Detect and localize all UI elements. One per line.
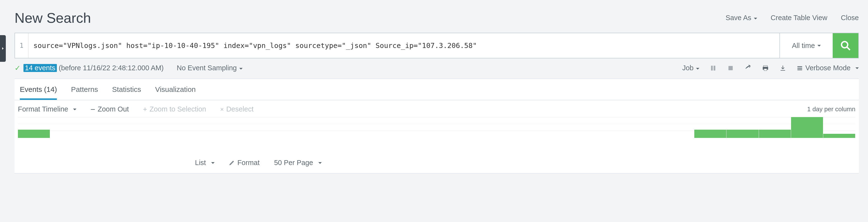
svg-line-2	[847, 47, 850, 50]
page-title: New Search	[14, 10, 91, 26]
svg-rect-3	[711, 66, 713, 70]
search-bar: 1 source="VPNlogs.json" host="ip-10-10-4…	[14, 33, 859, 58]
timeline-column[interactable]	[308, 117, 340, 138]
timeline-bar[interactable]	[791, 117, 823, 138]
timeline-column[interactable]	[437, 117, 469, 138]
search-icon	[840, 40, 851, 51]
result-tabs: Events (14) Patterns Statistics Visualiz…	[14, 79, 859, 100]
svg-rect-11	[797, 69, 802, 70]
result-count[interactable]: 14 events	[24, 64, 57, 72]
result-time-range: (before 11/16/22 2:48:12.000 AM)	[59, 64, 164, 72]
timeline-column[interactable]	[243, 117, 276, 138]
query-line-number: 1	[15, 33, 29, 58]
timeline-column[interactable]	[501, 117, 533, 138]
timeline-column[interactable]	[598, 117, 630, 138]
timeline-column[interactable]	[50, 117, 82, 138]
svg-rect-6	[764, 65, 767, 67]
job-menu[interactable]: Job	[682, 64, 700, 72]
side-panel-handle[interactable]	[0, 35, 6, 62]
zoom-out-button[interactable]: − Zoom Out	[91, 105, 129, 113]
tab-visualization[interactable]: Visualization	[155, 85, 196, 100]
svg-point-1	[842, 42, 848, 48]
check-icon: ✓	[14, 64, 21, 72]
header: New Search Save As Create Table View Clo…	[14, 4, 859, 33]
status-bar: ✓ 14 events (before 11/16/22 2:48:12.000…	[14, 58, 859, 77]
svg-rect-9	[797, 66, 802, 67]
timeline-column[interactable]	[82, 117, 115, 138]
tab-patterns[interactable]: Patterns	[71, 85, 98, 100]
search-query-input[interactable]: source="VPNlogs.json" host="ip-10-10-40-…	[29, 33, 779, 58]
zoom-to-selection-button: + Zoom to Selection	[143, 105, 206, 113]
create-table-view-link[interactable]: Create Table View	[771, 14, 827, 22]
timeline-controls: Format Timeline − Zoom Out + Zoom to Sel…	[14, 100, 859, 117]
deselect-label: Deselect	[226, 105, 253, 113]
timeline-column[interactable]	[340, 117, 372, 138]
timeline-column[interactable]	[791, 117, 823, 138]
search-mode-label: Verbose Mode	[805, 64, 850, 72]
timeline-bar[interactable]	[18, 130, 50, 138]
tab-events[interactable]: Events (14)	[20, 85, 57, 100]
svg-rect-8	[764, 68, 767, 71]
list-icon	[797, 65, 803, 71]
timeline-column[interactable]	[662, 117, 694, 138]
svg-marker-0	[2, 47, 4, 50]
tab-statistics[interactable]: Statistics	[112, 85, 141, 100]
timeline-column[interactable]	[566, 117, 598, 138]
save-as-menu[interactable]: Save As	[725, 14, 757, 22]
timeline-column[interactable]	[18, 117, 50, 138]
download-icon[interactable]	[779, 64, 786, 72]
timeline-column[interactable]	[211, 117, 243, 138]
svg-rect-4	[714, 66, 715, 70]
timeline-column[interactable]	[533, 117, 566, 138]
pencil-icon	[229, 160, 235, 166]
zoom-out-label: Zoom Out	[98, 105, 129, 113]
stop-icon[interactable]	[727, 64, 734, 72]
pause-icon[interactable]	[710, 64, 717, 72]
svg-rect-10	[797, 67, 802, 68]
search-mode-menu[interactable]: Verbose Mode	[797, 64, 859, 72]
svg-rect-5	[728, 66, 733, 70]
timeline-column[interactable]	[115, 117, 147, 138]
timeline-bar[interactable]	[726, 130, 758, 138]
timeline-bar[interactable]	[759, 130, 791, 138]
timeline-column[interactable]	[726, 117, 758, 138]
format-timeline-menu[interactable]: Format Timeline	[18, 105, 76, 113]
search-button[interactable]	[833, 33, 858, 58]
results-view-menu[interactable]: List	[195, 159, 215, 167]
timeline-column[interactable]	[823, 117, 856, 138]
timeline-granularity: 1 day per column	[807, 105, 856, 113]
timeline-column[interactable]	[469, 117, 501, 138]
timeline-column[interactable]	[372, 117, 404, 138]
timeline-column[interactable]	[404, 117, 437, 138]
results-format-button[interactable]: Format	[229, 159, 259, 167]
print-icon[interactable]	[762, 64, 769, 72]
timeline-column[interactable]	[276, 117, 308, 138]
results-per-page-menu[interactable]: 50 Per Page	[274, 159, 322, 167]
results-format-label: Format	[237, 159, 259, 167]
result-display-options: List Format 50 Per Page	[14, 148, 859, 173]
timeline-column[interactable]	[179, 117, 211, 138]
timeline-bar[interactable]	[823, 134, 855, 138]
timeline-column[interactable]	[630, 117, 662, 138]
deselect-button: × Deselect	[220, 105, 253, 113]
time-range-picker[interactable]: All time	[779, 33, 833, 58]
share-icon[interactable]	[744, 64, 752, 72]
event-timeline-chart[interactable]	[18, 117, 856, 148]
event-sampling-menu[interactable]: No Event Sampling	[177, 64, 242, 72]
timeline-column[interactable]	[694, 117, 726, 138]
timeline-column[interactable]	[147, 117, 179, 138]
zoom-to-selection-label: Zoom to Selection	[150, 105, 206, 113]
timeline-column[interactable]	[759, 117, 791, 138]
close-link[interactable]: Close	[841, 14, 859, 22]
timeline-bar[interactable]	[694, 130, 726, 138]
